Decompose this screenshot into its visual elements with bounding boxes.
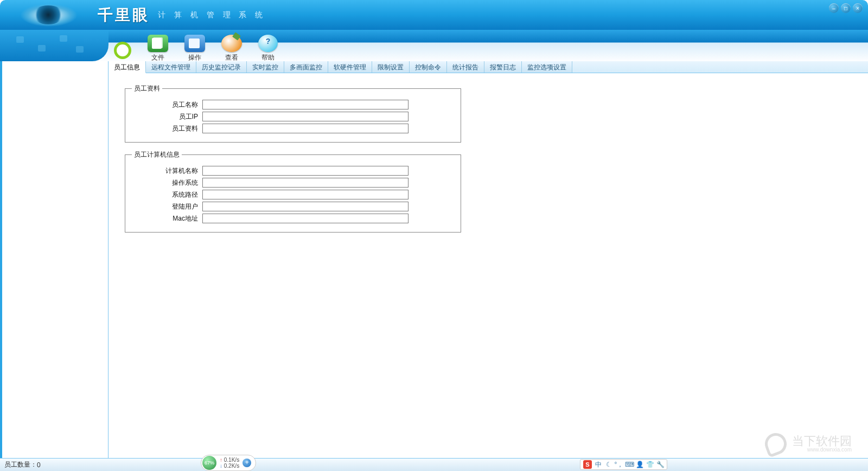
group-employee-data-legend: 员工资料 bbox=[132, 84, 162, 93]
tab-history-monitor[interactable]: 历史监控记录 bbox=[196, 61, 247, 73]
input-employee-ip[interactable] bbox=[202, 112, 409, 121]
menu-operate-label: 操作 bbox=[188, 53, 201, 62]
label-employee-data: 员工资料 bbox=[132, 124, 202, 133]
maximize-button[interactable]: □ bbox=[841, 3, 851, 13]
tab-hw-sw-manage[interactable]: 软硬件管理 bbox=[328, 61, 372, 73]
label-employee-name: 员工名称 bbox=[132, 100, 202, 109]
network-usage-pct: 67% bbox=[202, 456, 216, 470]
tab-restrict-settings[interactable]: 限制设置 bbox=[372, 61, 410, 73]
window-controls: – □ × bbox=[829, 3, 863, 13]
ime-lang[interactable]: 中 bbox=[595, 461, 602, 468]
minimize-button[interactable]: – bbox=[829, 3, 839, 13]
input-employee-data[interactable] bbox=[202, 124, 409, 133]
menu-file[interactable]: 文件 bbox=[148, 35, 168, 62]
input-employee-name[interactable] bbox=[202, 100, 409, 109]
main-menu: 文件 操作 查看 帮助 bbox=[108, 30, 278, 61]
eye-logo-graphic bbox=[5, 0, 114, 30]
tab-alarm-log[interactable]: 报警日志 bbox=[484, 61, 522, 73]
tab-monitor-options[interactable]: 监控选项设置 bbox=[522, 61, 572, 73]
input-pc-name[interactable] bbox=[202, 166, 409, 176]
menu-operate[interactable]: 操作 bbox=[184, 35, 205, 62]
ime-keyboard-icon[interactable]: ⌨ bbox=[626, 461, 633, 468]
network-meter[interactable]: 67% 0.1K/s 0.2K/s + bbox=[201, 455, 256, 471]
ime-user-icon[interactable]: 👤 bbox=[636, 461, 643, 468]
label-sys-path: 系统路径 bbox=[132, 190, 202, 199]
tab-employee-info[interactable]: 员工信息 bbox=[108, 61, 146, 73]
operate-icon bbox=[184, 35, 205, 52]
menu-view-label: 查看 bbox=[225, 53, 238, 62]
tab-content: 员工资料 员工名称 员工IP 员工资料 员工计算机信息 计算机名称 bbox=[108, 73, 868, 251]
label-os: 操作系统 bbox=[132, 178, 202, 188]
menu-help[interactable]: 帮助 bbox=[258, 35, 278, 62]
close-button[interactable]: × bbox=[853, 3, 863, 13]
menu-help-label: 帮助 bbox=[261, 53, 275, 62]
tab-remote-files[interactable]: 远程文件管理 bbox=[146, 61, 196, 73]
group-computer-info: 员工计算机信息 计算机名称 操作系统 系统路径 登陆用户 bbox=[125, 150, 461, 233]
tab-control-cmd[interactable]: 控制命令 bbox=[410, 61, 447, 73]
network-speeds: 0.1K/s 0.2K/s bbox=[220, 457, 239, 469]
header-left-texture bbox=[0, 30, 108, 61]
ime-toolbar[interactable]: S 中 ☾ °， ⌨ 👤 👕 🔧 bbox=[580, 459, 667, 470]
network-down: 0.2K/s bbox=[220, 463, 239, 469]
app-header: 千里眼 计 算 机 管 理 系 统 – □ × bbox=[0, 0, 868, 30]
sidebar-tree[interactable] bbox=[0, 61, 108, 458]
status-employee-count-label: 员工数量： bbox=[4, 460, 37, 469]
network-expand-icon[interactable]: + bbox=[242, 459, 251, 467]
start-circle-icon[interactable] bbox=[114, 42, 131, 59]
input-sys-path[interactable] bbox=[202, 190, 409, 199]
label-pc-name: 计算机名称 bbox=[132, 166, 202, 176]
view-icon bbox=[221, 35, 242, 52]
ime-settings-icon[interactable]: 🔧 bbox=[656, 461, 664, 468]
input-login-user[interactable] bbox=[202, 202, 409, 211]
input-os[interactable] bbox=[202, 178, 409, 188]
file-icon bbox=[148, 35, 168, 52]
menu-file-label: 文件 bbox=[151, 53, 164, 62]
help-icon bbox=[258, 35, 278, 52]
label-employee-ip: 员工IP bbox=[132, 112, 202, 121]
ime-skin-icon[interactable]: 👕 bbox=[646, 461, 654, 468]
ime-moon-icon[interactable]: ☾ bbox=[605, 461, 612, 468]
status-bar: 员工数量： 0 bbox=[0, 458, 868, 471]
group-employee-data: 员工资料 员工名称 员工IP 员工资料 bbox=[125, 84, 461, 143]
ime-punct-icon[interactable]: °， bbox=[615, 461, 623, 468]
network-up: 0.1K/s bbox=[220, 457, 239, 463]
tab-bar: 员工信息 远程文件管理 历史监控记录 实时监控 多画面监控 软硬件管理 限制设置… bbox=[108, 61, 868, 73]
body: 员工信息 远程文件管理 历史监控记录 实时监控 多画面监控 软硬件管理 限制设置… bbox=[0, 61, 868, 458]
main-panel: 员工信息 远程文件管理 历史监控记录 实时监控 多画面监控 软硬件管理 限制设置… bbox=[108, 61, 868, 458]
status-employee-count: 员工数量： 0 bbox=[4, 460, 41, 469]
tab-realtime-monitor[interactable]: 实时监控 bbox=[247, 61, 284, 73]
menu-view[interactable]: 查看 bbox=[221, 35, 242, 62]
tab-multi-screen[interactable]: 多画面监控 bbox=[284, 61, 328, 73]
group-computer-info-legend: 员工计算机信息 bbox=[132, 150, 182, 159]
toolbar: 文件 操作 查看 帮助 bbox=[0, 30, 868, 61]
tab-stat-report[interactable]: 统计报告 bbox=[447, 61, 484, 73]
label-login-user: 登陆用户 bbox=[132, 202, 202, 211]
input-mac[interactable] bbox=[202, 214, 409, 223]
ime-sogou-icon[interactable]: S bbox=[583, 460, 592, 469]
status-employee-count-value: 0 bbox=[37, 461, 41, 469]
label-mac: Mac地址 bbox=[132, 214, 202, 223]
app-subtitle: 计 算 机 管 理 系 统 bbox=[158, 10, 266, 20]
